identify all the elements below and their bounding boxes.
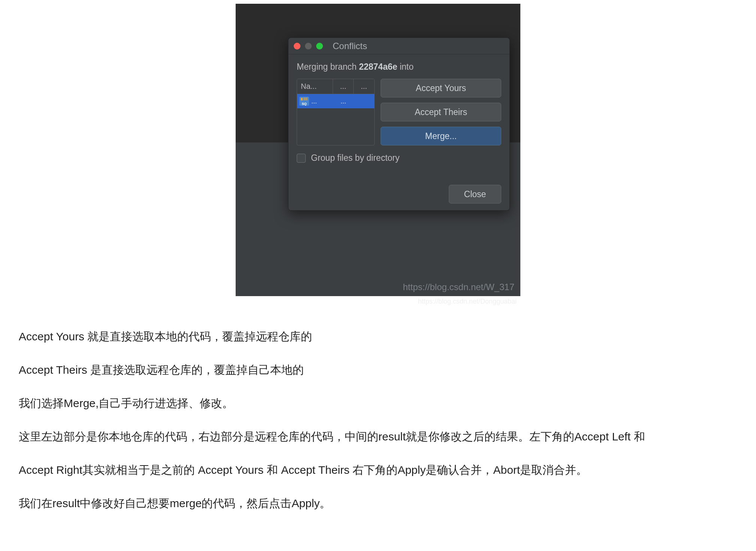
table-cell-file: SQ ... <box>297 94 333 108</box>
sql-file-icon: SQ <box>299 97 309 106</box>
ide-background: Conflicts Merging branch 22874a6e into N… <box>236 4 520 296</box>
merge-button[interactable]: Merge... <box>381 127 501 145</box>
paragraph: Accept Yours 就是直接选取本地的代码，覆盖掉远程仓库的 <box>19 328 737 345</box>
article-body: Accept Yours 就是直接选取本地的代码，覆盖掉远程仓库的 Accept… <box>0 305 756 551</box>
conflicts-dialog: Conflicts Merging branch 22874a6e into N… <box>288 37 510 211</box>
branch-name: 22874a6e <box>359 62 397 72</box>
accept-theirs-button[interactable]: Accept Theirs <box>381 103 501 121</box>
table-header-name[interactable]: Na... <box>297 79 333 94</box>
merging-prefix: Merging branch <box>297 62 359 72</box>
table-header-col2[interactable]: ... <box>333 79 354 94</box>
middle-row: Na... ... ... SQ ... ... <box>297 79 501 145</box>
paragraph: Accept Theirs 是直接选取远程仓库的，覆盖掉自己本地的 <box>19 361 737 378</box>
table-cell-2: ... <box>333 94 354 108</box>
close-button[interactable]: Close <box>449 185 501 204</box>
group-files-label: Group files by directory <box>311 153 399 163</box>
file-name-truncated: ... <box>311 97 317 105</box>
conflict-file-table[interactable]: Na... ... ... SQ ... ... <box>297 79 375 145</box>
minimize-icon[interactable] <box>305 43 312 49</box>
paragraph: Accept Right其实就相当于是之前的 Accept Yours 和 Ac… <box>19 461 737 478</box>
table-row[interactable]: SQ ... ... <box>297 94 374 108</box>
merging-suffix: into <box>397 62 414 72</box>
dialog-titlebar: Conflicts <box>288 38 509 54</box>
accept-yours-button[interactable]: Accept Yours <box>381 79 501 97</box>
group-files-row: Group files by directory <box>297 153 501 163</box>
merging-label: Merging branch 22874a6e into <box>297 62 501 72</box>
dialog-footer: Close <box>297 185 501 204</box>
close-icon[interactable] <box>294 43 300 49</box>
watermark-inner: https://blog.csdn.net/W_317 <box>403 282 514 292</box>
paragraph: 这里左边部分是你本地仓库的代码，右边部分是远程仓库的代码，中间的result就是… <box>19 428 737 445</box>
maximize-icon[interactable] <box>316 43 323 49</box>
dialog-body: Merging branch 22874a6e into Na... ... .… <box>288 54 509 210</box>
table-header-col3[interactable]: ... <box>354 79 374 94</box>
table-cell-3 <box>354 94 374 108</box>
action-buttons: Accept Yours Accept Theirs Merge... <box>381 79 501 145</box>
dialog-title: Conflicts <box>333 41 367 51</box>
window-controls <box>294 43 323 49</box>
screenshot-container: Conflicts Merging branch 22874a6e into N… <box>0 0 756 305</box>
paragraph: 我们选择Merge,自己手动行进选择、修改。 <box>19 395 737 412</box>
group-files-checkbox[interactable] <box>297 154 306 163</box>
watermark-outer: https://blog.csdn.net/Dongguabai <box>236 298 520 305</box>
table-header: Na... ... ... <box>297 79 374 94</box>
paragraph: 我们在result中修改好自己想要merge的代码，然后点击Apply。 <box>19 495 737 512</box>
